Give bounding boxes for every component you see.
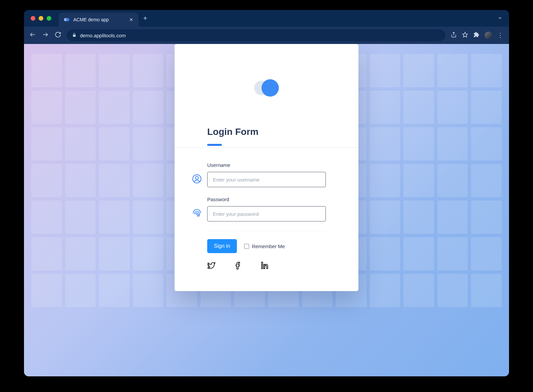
tab-overflow-button[interactable]	[498, 16, 502, 21]
svg-point-7	[262, 262, 263, 263]
url-text: demo.applitools.com	[80, 33, 440, 38]
extensions-icon[interactable]	[473, 32, 479, 39]
browser-window: ACME demo app ✕ + demo.applitools.com	[24, 10, 509, 376]
browser-menu-button[interactable]: ⋮	[497, 32, 504, 39]
svg-rect-2	[73, 35, 76, 37]
nav-forward-button[interactable]	[42, 31, 49, 39]
nav-controls	[29, 31, 61, 39]
profile-avatar[interactable]	[485, 32, 492, 39]
sign-in-button[interactable]: Sign in	[207, 239, 237, 253]
username-input[interactable]	[207, 172, 326, 187]
linkedin-icon[interactable]	[261, 261, 269, 271]
facebook-icon[interactable]	[234, 261, 243, 271]
password-input[interactable]	[207, 206, 326, 221]
address-bar: demo.applitools.com ⋮	[24, 27, 509, 44]
svg-point-6	[196, 177, 199, 180]
login-form: Username Password	[175, 148, 358, 271]
password-group: Password	[207, 196, 326, 221]
login-card: Login Form Username	[175, 44, 358, 291]
browser-tab[interactable]: ACME demo app ✕	[59, 13, 139, 27]
close-tab-button[interactable]: ✕	[129, 17, 133, 22]
title-underline	[207, 144, 222, 146]
social-links	[207, 261, 326, 271]
remember-me-checkbox[interactable]	[244, 244, 249, 249]
nav-back-button[interactable]	[29, 31, 36, 39]
logo	[175, 44, 358, 127]
username-label: Username	[207, 162, 326, 168]
twitter-icon[interactable]	[207, 261, 216, 271]
close-window-button[interactable]	[31, 16, 35, 21]
page-title: Login Form	[175, 127, 358, 144]
tab-favicon-icon	[64, 17, 70, 23]
password-label: Password	[207, 196, 326, 202]
tab-bar: ACME demo app ✕ +	[24, 10, 509, 27]
svg-marker-4	[463, 32, 468, 37]
url-field[interactable]: demo.applitools.com	[67, 29, 445, 41]
reload-button[interactable]	[55, 31, 61, 39]
remember-me[interactable]: Remember Me	[244, 243, 285, 249]
form-divider	[207, 231, 326, 231]
username-group: Username	[207, 162, 326, 187]
toolbar-right: ⋮	[451, 32, 504, 39]
maximize-window-button[interactable]	[47, 16, 51, 21]
tab-title: ACME demo app	[73, 17, 126, 22]
remember-me-label: Remember Me	[252, 243, 285, 249]
minimize-window-button[interactable]	[39, 16, 43, 21]
window-controls	[31, 16, 51, 21]
action-row: Sign in Remember Me	[207, 239, 326, 253]
bookmark-star-icon[interactable]	[462, 32, 468, 39]
new-tab-button[interactable]: +	[143, 15, 147, 22]
lock-icon	[72, 33, 77, 38]
page-content: Login Form Username	[24, 44, 509, 376]
share-icon[interactable]	[451, 32, 457, 39]
fingerprint-icon	[192, 208, 202, 219]
user-icon	[192, 174, 202, 185]
